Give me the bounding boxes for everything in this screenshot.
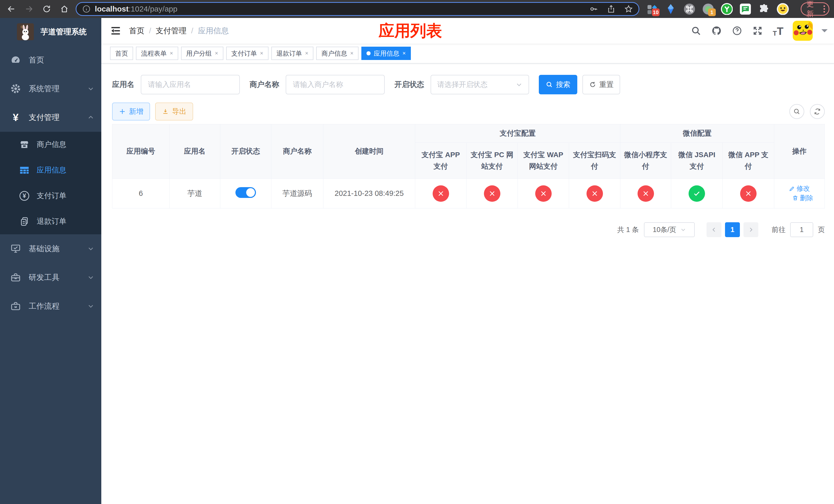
extension-icon-chat[interactable] <box>739 3 751 15</box>
document-copy-icon <box>19 216 29 227</box>
tab-merchant-info[interactable]: 商户信息× <box>316 47 358 60</box>
page-unit-label: 页 <box>818 225 825 234</box>
tags-view-bar: 首页 流程表单× 用户分组× 支付订单× 退款订单× 商户信息× 应用信息× <box>101 44 834 64</box>
breadcrumb-current: 应用信息 <box>198 26 229 36</box>
sidebar-item-payment[interactable]: ¥ 支付管理 <box>0 103 101 132</box>
user-avatar[interactable] <box>793 21 813 41</box>
browser-home-button[interactable] <box>58 2 71 16</box>
active-dot-icon <box>367 51 371 55</box>
tab-user-group[interactable]: 用户分组× <box>181 47 223 60</box>
bookmark-star-icon[interactable] <box>624 5 633 13</box>
sidebar-item-dev-tools[interactable]: 研发工具 <box>0 263 101 292</box>
cell-actions: 修改 删除 <box>774 179 825 208</box>
sidebar-item-system[interactable]: 系统管理 <box>0 74 101 103</box>
url-text: localhost:1024/pay/app <box>95 5 580 13</box>
cell-created: 2021-10-23 08:49:25 <box>323 179 415 208</box>
channel-status-icon <box>433 185 449 202</box>
profile-avatar-icon[interactable] <box>777 3 789 15</box>
password-key-icon[interactable] <box>589 5 598 13</box>
extension-icon-tabs[interactable]: 10 <box>646 3 658 15</box>
site-info-icon[interactable] <box>82 5 91 13</box>
goto-page-input[interactable] <box>790 222 813 237</box>
sidebar-item-workflow[interactable]: 工作流程 <box>0 292 101 320</box>
browser-menu-icon[interactable] <box>824 5 825 13</box>
column-header-alipay-wap: 支付宝 WAP 网站支付 <box>518 143 569 179</box>
extension-icon-kite[interactable] <box>665 3 677 15</box>
sidebar-item-label: 应用信息 <box>37 165 66 175</box>
tab-app-info-active[interactable]: 应用信息× <box>361 47 411 60</box>
export-button[interactable]: 导出 <box>155 102 193 120</box>
edit-link[interactable]: 修改 <box>789 184 810 193</box>
sidebar-item-infrastructure[interactable]: 基础设施 <box>0 234 101 263</box>
status-select[interactable]: 请选择开启状态 <box>431 75 529 94</box>
channel-status-icon <box>587 185 603 202</box>
add-button[interactable]: 新增 <box>112 102 150 120</box>
tab-home[interactable]: 首页 <box>110 47 133 60</box>
trash-icon <box>792 195 798 201</box>
grid-table-icon <box>19 165 29 175</box>
tab-process-form[interactable]: 流程表单× <box>136 47 178 60</box>
sidebar-logo[interactable]: 芋道管理系统 <box>0 18 101 46</box>
sidebar-item-home[interactable]: 首页 <box>0 46 101 74</box>
breadcrumb: 首页 / 支付管理 / 应用信息 <box>129 26 229 36</box>
header-search-icon[interactable] <box>690 25 702 37</box>
sidebar-item-merchant-info[interactable]: 商户信息 <box>0 132 101 157</box>
github-icon[interactable] <box>711 25 722 37</box>
sidebar-item-app-info[interactable]: 应用信息 <box>0 157 101 183</box>
breadcrumb-home[interactable]: 首页 <box>129 26 145 36</box>
tab-refund-orders[interactable]: 退款订单× <box>271 47 314 60</box>
delete-link[interactable]: 删除 <box>792 193 813 203</box>
dashboard-icon <box>10 54 21 65</box>
extension-icon-y-green[interactable] <box>721 3 733 15</box>
status-toggle[interactable] <box>236 187 256 198</box>
yen-circle-icon: ¥ <box>19 191 29 201</box>
extension-icon-command[interactable] <box>683 3 696 15</box>
close-icon[interactable]: × <box>260 50 263 56</box>
browser-reload-button[interactable] <box>40 2 53 16</box>
search-button[interactable]: 搜索 <box>539 75 577 94</box>
close-icon[interactable]: × <box>170 50 173 56</box>
browser-update-button[interactable]: 更新 <box>801 2 829 16</box>
refresh-table-button[interactable] <box>810 104 825 119</box>
column-header-app-name: 应用名 <box>170 124 220 179</box>
prev-page-button[interactable] <box>706 222 721 237</box>
sidebar-collapse-icon[interactable] <box>110 25 121 37</box>
yen-icon: ¥ <box>10 112 21 123</box>
chevron-down-icon <box>87 85 94 92</box>
fullscreen-icon[interactable] <box>752 25 764 37</box>
page-size-select[interactable]: 10条/页 <box>644 222 695 237</box>
browser-back-button[interactable] <box>5 2 18 16</box>
font-size-icon[interactable]: TT <box>772 25 784 37</box>
channel-status-icon <box>740 185 756 202</box>
breadcrumb-payment[interactable]: 支付管理 <box>156 26 186 36</box>
merchant-name-input[interactable] <box>286 75 385 94</box>
app-name-input[interactable] <box>141 75 240 94</box>
browser-forward-button[interactable] <box>22 2 36 16</box>
share-icon[interactable] <box>607 5 615 13</box>
chevron-down-icon <box>87 303 94 310</box>
close-icon[interactable]: × <box>305 50 308 56</box>
extensions-puzzle-icon[interactable] <box>758 3 770 15</box>
column-header-alipay-pc: 支付宝 PC 网站支付 <box>466 143 518 179</box>
page-number-button[interactable]: 1 <box>725 222 740 237</box>
close-icon[interactable]: × <box>350 50 353 56</box>
extension-icon-recorder[interactable]: 1 <box>702 3 714 15</box>
sidebar-item-pay-orders[interactable]: ¥ 支付订单 <box>0 183 101 209</box>
goto-label: 前往 <box>772 225 786 234</box>
help-icon[interactable] <box>731 25 743 37</box>
avatar-caret-icon[interactable] <box>821 29 828 36</box>
app-title: 芋道管理系统 <box>41 27 87 37</box>
storefront-icon <box>19 139 29 150</box>
next-page-button[interactable] <box>744 222 758 237</box>
toggle-search-button[interactable] <box>789 104 804 119</box>
tab-pay-orders[interactable]: 支付订单× <box>226 47 268 60</box>
sidebar-item-refund-orders[interactable]: 退款订单 <box>0 209 101 234</box>
download-icon <box>162 108 169 115</box>
channel-status-icon <box>638 185 654 202</box>
logo-rabbit-image <box>17 23 34 40</box>
apps-table: 应用编号 应用名 开启状态 商户名称 创建时间 支付宝配置 微信配置 操作 支付… <box>112 124 825 208</box>
address-bar[interactable]: localhost:1024/pay/app <box>76 2 639 16</box>
reset-button[interactable]: 重置 <box>583 75 620 94</box>
close-icon[interactable]: × <box>402 50 406 56</box>
close-icon[interactable]: × <box>215 50 218 56</box>
